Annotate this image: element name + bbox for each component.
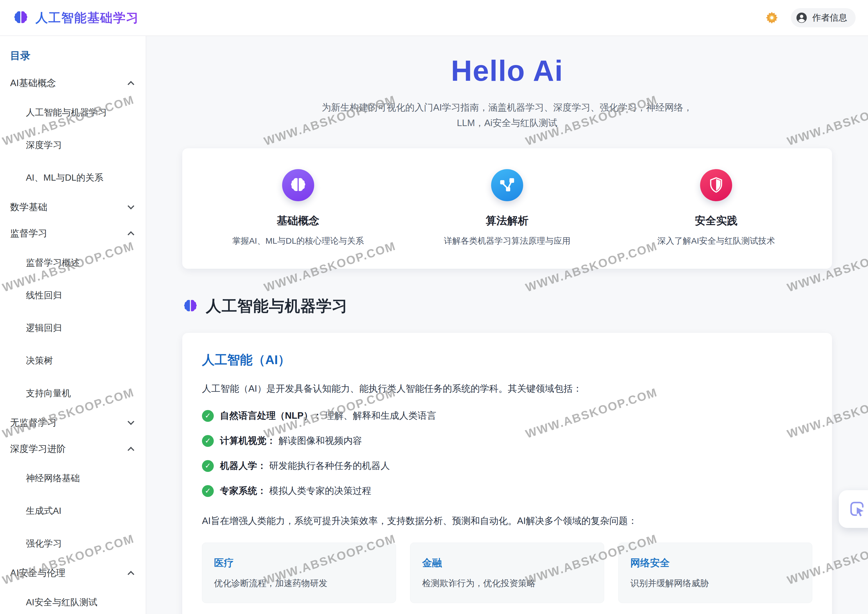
sidebar-subitem-linear-regression[interactable]: 线性回归 xyxy=(0,279,146,312)
chevron-up-icon xyxy=(127,231,134,238)
domain-card-cybersecurity: 网络安全 识别并缓解网络威胁 xyxy=(618,542,812,603)
section-header: 人工智能与机器学习 xyxy=(182,296,832,317)
cursor-icon xyxy=(847,499,868,519)
check-icon: ✓ xyxy=(202,410,214,422)
shield-feature-icon xyxy=(700,169,732,201)
app-title: 人工智能基础学习 xyxy=(36,9,139,26)
theme-toggle-button[interactable] xyxy=(764,10,780,26)
checklist-item: ✓ 计算机视觉：解读图像和视频内容 xyxy=(202,434,812,447)
feature-title: 算法解析 xyxy=(403,214,611,228)
ai-content-card: 人工智能（AI） 人工智能（AI）是开发具备认知能力、能执行类人智能任务的系统的… xyxy=(182,333,832,614)
sidebar-subitem-reinforcement-learning[interactable]: 强化学习 xyxy=(0,527,146,560)
feature-desc: 掌握AI、ML与DL的核心理论与关系 xyxy=(194,235,403,247)
feature-desc: 深入了解AI安全与红队测试技术 xyxy=(612,235,821,247)
feature-title: 安全实践 xyxy=(612,214,821,228)
domain-card-finance: 金融 检测欺诈行为，优化投资策略 xyxy=(410,542,604,603)
sidebar-subitem-ai-security-redteam[interactable]: AI安全与红队测试 xyxy=(0,586,146,614)
checklist-item: ✓ 专家系统：模拟人类专家的决策过程 xyxy=(202,485,812,497)
domain-card-medical: 医疗 优化诊断流程，加速药物研发 xyxy=(202,542,396,603)
sidebar-item-supervised[interactable]: 监督学习 xyxy=(0,220,146,247)
sidebar-subitem-decision-tree[interactable]: 决策树 xyxy=(0,344,146,377)
card-summary: AI旨在增强人类能力，系统可提升决策效率，支持数据分析、预测和自动化。AI解决多… xyxy=(202,513,812,529)
sidebar-item-deep-learning-advanced[interactable]: 深度学习进阶 xyxy=(0,436,146,462)
floating-tool-button[interactable] xyxy=(839,490,868,528)
feature-algorithms: 算法解析 详解各类机器学习算法原理与应用 xyxy=(403,169,611,247)
hero-subtitle: 为新生构建的可视化的入门AI学习指南，涵盖机器学习、深度学习、强化学习，神经网络… xyxy=(182,100,832,131)
author-info-label: 作者信息 xyxy=(812,12,847,23)
network-feature-icon xyxy=(491,169,523,201)
domain-card-row: 医疗 优化诊断流程，加速药物研发 金融 检测欺诈行为，优化投资策略 网络安全 识… xyxy=(202,542,812,603)
sidebar-subitem-ai-ml[interactable]: 人工智能与机器学习 xyxy=(0,96,146,129)
check-icon: ✓ xyxy=(202,460,214,472)
feature-security: 安全实践 深入了解AI安全与红队测试技术 xyxy=(612,169,821,247)
checklist-item: ✓ 机器人学：研发能执行各种任务的机器人 xyxy=(202,460,812,472)
sidebar-subitem-generative-ai[interactable]: 生成式AI xyxy=(0,495,146,527)
chevron-down-icon xyxy=(127,203,134,209)
chevron-up-icon xyxy=(127,571,134,578)
check-icon: ✓ xyxy=(202,435,214,447)
sidebar-subitem-logistic-regression[interactable]: 逻辑回归 xyxy=(0,312,146,344)
sidebar-item-ai-security-ethics[interactable]: AI安全与伦理 xyxy=(0,560,146,586)
sidebar-subitem-deep-learning[interactable]: 深度学习 xyxy=(0,129,146,162)
chevron-up-icon xyxy=(127,447,134,454)
app-header: 人工智能基础学习 作者信息 xyxy=(0,0,868,36)
feature-title: 基础概念 xyxy=(194,214,403,228)
app-logo[interactable]: 人工智能基础学习 xyxy=(12,9,139,26)
card-intro: 人工智能（AI）是开发具备认知能力、能执行类人智能任务的系统的学科。其关键领域包… xyxy=(202,381,812,396)
brain-logo-icon xyxy=(12,9,29,26)
feature-basics: 基础概念 掌握AI、ML与DL的核心理论与关系 xyxy=(194,169,403,247)
sidebar-item-math-basics[interactable]: 数学基础 xyxy=(0,194,146,220)
sidebar-subitem-ai-ml-dl-relation[interactable]: AI、ML与DL的关系 xyxy=(0,162,146,194)
author-info-button[interactable]: 作者信息 xyxy=(791,8,856,27)
hero-title: Hello Ai xyxy=(182,54,832,87)
check-icon: ✓ xyxy=(202,485,214,497)
key-areas-checklist: ✓ 自然语言处理（NLP）：理解、解释和生成人类语言 ✓ 计算机视觉：解读图像和… xyxy=(202,409,812,497)
feature-desc: 详解各类机器学习算法原理与应用 xyxy=(403,235,611,247)
sidebar-subitem-supervised-overview[interactable]: 监督学习概述 xyxy=(0,247,146,279)
feature-card-row: 基础概念 掌握AI、ML与DL的核心理论与关系 算法解析 详解各类机器学习算法原… xyxy=(182,148,832,269)
sidebar-item-ai-basics[interactable]: AI基础概念 xyxy=(0,70,146,96)
checklist-item: ✓ 自然语言处理（NLP）：理解、解释和生成人类语言 xyxy=(202,409,812,422)
sidebar-item-unsupervised[interactable]: 无监督学习 xyxy=(0,410,146,436)
brain-feature-icon xyxy=(282,169,314,201)
sidebar: 目录 AI基础概念 人工智能与机器学习 深度学习 AI、ML与DL的关系 数学基… xyxy=(0,36,146,614)
toc-title: 目录 xyxy=(0,45,146,70)
card-heading: 人工智能（AI） xyxy=(202,351,812,368)
main-content: Hello Ai 为新生构建的可视化的入门AI学习指南，涵盖机器学习、深度学习、… xyxy=(146,36,868,614)
user-avatar-icon xyxy=(795,11,808,24)
hero-section: Hello Ai 为新生构建的可视化的入门AI学习指南，涵盖机器学习、深度学习、… xyxy=(182,54,832,131)
sun-gear-icon xyxy=(765,11,779,25)
sidebar-subitem-svm[interactable]: 支持向量机 xyxy=(0,377,146,410)
section-brain-icon xyxy=(182,298,198,314)
section-title: 人工智能与机器学习 xyxy=(206,296,348,317)
chevron-up-icon xyxy=(127,81,134,88)
chevron-down-icon xyxy=(127,418,134,425)
sidebar-subitem-neural-network-basics[interactable]: 神经网络基础 xyxy=(0,462,146,495)
